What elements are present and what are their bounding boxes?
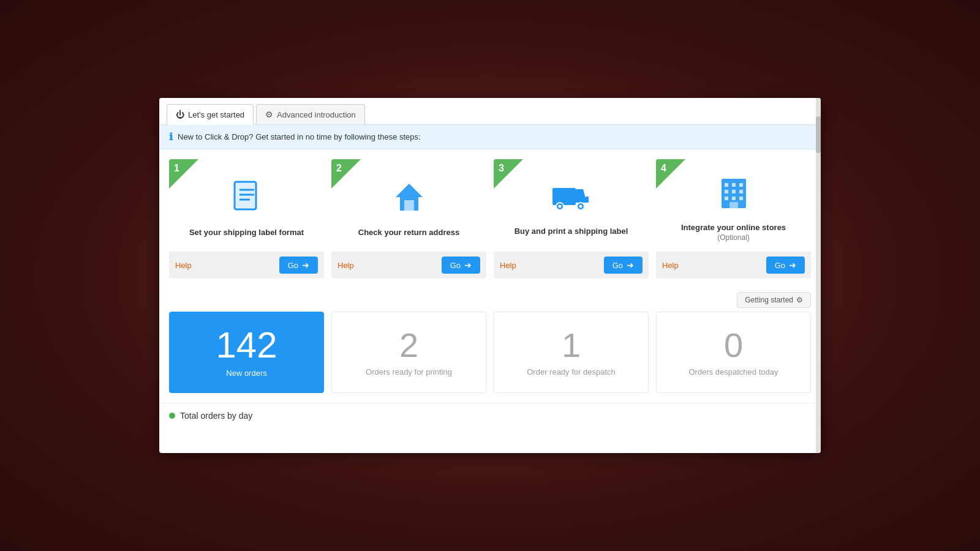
step-footer-3: Help Go ➜ <box>494 252 649 279</box>
chart-section: Total orders by day <box>159 403 821 433</box>
info-bar: ℹ New to Click & Drop? Get started in no… <box>159 125 821 149</box>
step-number-2: 2 <box>336 163 342 174</box>
go-label-4: Go <box>775 261 785 270</box>
help-link-3[interactable]: Help <box>500 261 516 270</box>
document-icon <box>228 179 265 220</box>
svg-rect-17 <box>739 183 743 187</box>
stat-card-ready-printing[interactable]: 2 Orders ready for printing <box>331 312 486 393</box>
help-link-1[interactable]: Help <box>175 261 192 270</box>
info-text: New to Click & Drop? Get started in no t… <box>178 132 421 141</box>
step-footer-1: Help Go ➜ <box>169 252 324 279</box>
svg-rect-22 <box>732 197 736 200</box>
step-card-3: 3 Buy and print a shipping l <box>494 159 649 279</box>
arrow-icon-1: ➜ <box>302 260 309 270</box>
building-icon <box>715 174 752 216</box>
step-card-2: 2 Check your return address Help Go ➜ <box>331 159 486 279</box>
svg-rect-19 <box>732 190 736 193</box>
chart-title: Total orders by day <box>180 411 252 421</box>
svg-rect-16 <box>732 183 736 187</box>
tab-lets-get-started[interactable]: ⏻ Let's get started <box>167 104 254 125</box>
step-number-4: 4 <box>661 163 666 174</box>
chart-legend-dot <box>169 413 175 419</box>
svg-rect-6 <box>404 200 414 211</box>
svg-rect-15 <box>725 183 728 187</box>
step-number-3: 3 <box>499 163 504 174</box>
stat-number-ready-despatch: 1 <box>562 328 581 362</box>
step-footer-2: Help Go ➜ <box>331 252 486 279</box>
main-window: ⏻ Let's get started ⚙ Advanced introduct… <box>159 98 821 453</box>
step-footer-4: Help Go ➜ <box>656 252 811 279</box>
stat-label-despatched-today: Orders despatched today <box>689 367 778 377</box>
tab-lets-get-started-label: Let's get started <box>188 110 244 119</box>
tab-advanced-intro-label: Advanced introduction <box>277 110 356 119</box>
scrollbar[interactable] <box>816 98 821 453</box>
svg-rect-4 <box>235 182 256 209</box>
arrow-icon-2: ➜ <box>464 260 472 270</box>
stat-card-ready-despatch[interactable]: 1 Order ready for despatch <box>494 312 649 393</box>
svg-point-12 <box>579 204 582 208</box>
getting-started-button[interactable]: Getting started ⚙ <box>737 292 811 308</box>
step-title-3: Buy and print a shipping label <box>514 227 628 236</box>
svg-rect-13 <box>586 197 589 203</box>
go-button-4[interactable]: Go ➜ <box>766 257 805 274</box>
stat-number-new-orders: 142 <box>216 327 277 364</box>
house-icon <box>391 179 428 220</box>
step-card-1: 1 Set your shipping label format <box>169 159 324 279</box>
tab-bar: ⏻ Let's get started ⚙ Advanced introduct… <box>159 98 821 125</box>
stat-number-ready-printing: 2 <box>399 328 418 362</box>
svg-rect-20 <box>739 190 743 193</box>
step-subtitle-4: (Optional) <box>717 233 750 242</box>
arrow-icon-4: ➜ <box>789 260 796 270</box>
go-label-1: Go <box>288 261 298 270</box>
svg-rect-23 <box>739 197 743 200</box>
stat-card-new-orders[interactable]: 142 New orders <box>169 312 324 393</box>
stats-grid: 142 New orders 2 Orders ready for printi… <box>159 312 821 403</box>
power-icon: ⏻ <box>176 110 184 119</box>
settings-icon: ⚙ <box>796 296 803 304</box>
go-label-2: Go <box>450 261 461 270</box>
svg-rect-7 <box>552 188 576 205</box>
go-button-2[interactable]: Go ➜ <box>442 257 480 274</box>
stat-label-new-orders: New orders <box>226 369 266 378</box>
getting-started-bar: Getting started ⚙ <box>159 288 821 312</box>
step-title-4: Integrate your online stores <box>681 223 786 232</box>
go-button-3[interactable]: Go ➜ <box>604 257 643 274</box>
steps-grid: 1 Set your shipping label format <box>159 149 821 288</box>
help-link-4[interactable]: Help <box>662 261 679 270</box>
go-label-3: Go <box>612 261 623 270</box>
svg-rect-21 <box>725 197 728 200</box>
stat-number-despatched-today: 0 <box>724 328 743 362</box>
stat-label-ready-despatch: Order ready for despatch <box>527 367 616 377</box>
getting-started-label: Getting started <box>745 296 793 304</box>
arrow-icon-3: ➜ <box>627 260 634 270</box>
svg-rect-18 <box>725 190 728 193</box>
go-button-1[interactable]: Go ➜ <box>279 257 318 274</box>
step-number-1: 1 <box>174 163 179 174</box>
step-card-4: 4 <box>656 159 811 279</box>
truck-icon <box>551 181 591 219</box>
step-title-2: Check your return address <box>358 228 459 237</box>
scrollbar-thumb[interactable] <box>816 116 821 153</box>
step-title-1: Set your shipping label format <box>189 228 304 237</box>
window-content: ⏻ Let's get started ⚙ Advanced introduct… <box>159 98 821 433</box>
help-link-2[interactable]: Help <box>337 261 354 270</box>
svg-marker-8 <box>576 189 587 203</box>
stat-label-ready-printing: Orders ready for printing <box>366 367 452 377</box>
gear-icon: ⚙ <box>265 110 273 119</box>
svg-rect-24 <box>729 202 738 208</box>
chart-header: Total orders by day <box>169 411 811 421</box>
info-icon: ℹ <box>169 131 173 143</box>
tab-advanced-intro[interactable]: ⚙ Advanced introduction <box>256 104 365 124</box>
stat-card-despatched-today[interactable]: 0 Orders despatched today <box>656 312 811 393</box>
svg-point-11 <box>559 204 562 208</box>
